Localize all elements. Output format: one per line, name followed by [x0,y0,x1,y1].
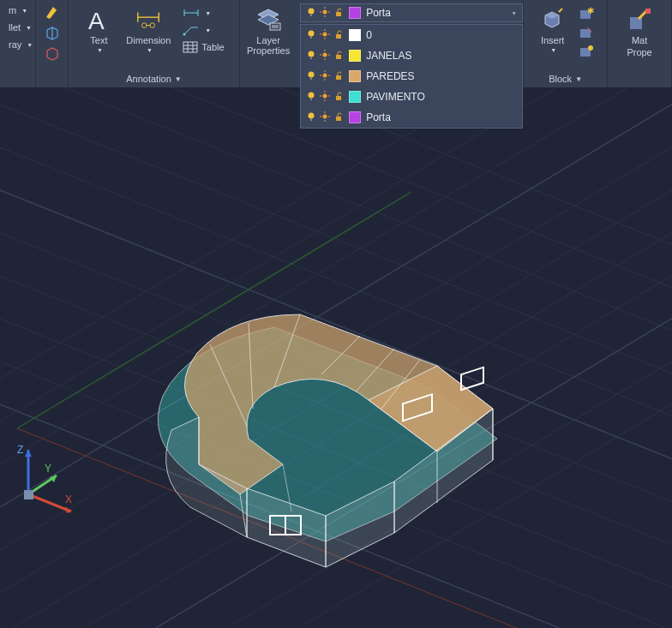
layer-color-swatch [349,70,361,82]
layer-dropdown-container: Porta ▼ 0JANELASPAREDESPAVIMENTOPorta [300,3,523,22]
modify-label-2: llet [9,22,21,33]
sun-icon[interactable] [320,70,330,82]
block-section-title[interactable]: Block ▼ [549,72,582,86]
axis-x-label: X [65,493,72,505]
svg-point-64 [323,115,327,119]
ribbon-section-block: Insert ▼ ✱ Block ▼ [524,0,608,87]
chevron-down-icon: ▼ [175,75,182,83]
3d-viewport[interactable]: X Y Z [0,87,672,628]
svg-rect-29 [336,12,341,16]
svg-point-48 [323,74,327,78]
lightbulb-icon[interactable] [306,50,316,62]
dim-linear-tool[interactable]: ▼ [179,5,227,21]
lock-open-icon[interactable] [333,29,344,41]
svg-rect-113 [24,490,33,499]
edit-attr-icon[interactable] [575,43,597,60]
ribbon-toolbar: m▼ llet▼ ray▼ [0,0,672,87]
svg-rect-63 [310,119,312,121]
ribbon-section-modify-icons [36,0,69,87]
svg-rect-74 [580,29,591,38]
sun-icon[interactable] [320,29,330,41]
edit-block-icon[interactable] [575,24,597,41]
sun-icon[interactable] [320,50,330,62]
lock-open-icon[interactable] [333,50,344,62]
svg-point-32 [323,33,327,37]
layer-current-selector[interactable]: Porta ▼ [300,3,523,22]
layer-name-label: PAREDES [366,70,414,82]
highlight-icon[interactable] [41,3,63,22]
layer-properties-label: LayerProperties [247,35,290,56]
lock-open-icon[interactable] [333,91,344,103]
svg-point-54 [309,93,315,99]
lock-open-icon[interactable] [333,70,344,82]
annotation-section-title[interactable]: Annotation ▼ [126,72,182,86]
svg-text:A: A [88,8,105,33]
axis-y-label: Y [45,463,51,475]
match-label: Mat [632,35,647,45]
layer-item[interactable]: PAVIMENTO [301,87,522,107]
layer-name-label: JANELAS [366,50,411,62]
layer-item[interactable]: PAREDES [301,66,522,87]
sun-icon[interactable] [320,91,330,103]
lightbulb-icon[interactable] [306,70,316,82]
svg-rect-37 [336,34,341,39]
svg-marker-0 [46,7,57,19]
layer-item[interactable]: JANELAS [301,45,522,66]
layer-item[interactable]: 0 [301,25,522,45]
svg-point-46 [309,72,315,78]
layer-color-swatch [349,91,361,103]
lightbulb-icon[interactable] [306,91,316,103]
svg-rect-23 [310,15,312,16]
insert-label: Insert [541,35,565,45]
insert-block-button[interactable]: Insert ▼ [534,3,572,56]
svg-rect-69 [336,117,341,121]
svg-rect-53 [336,75,341,80]
layer-color-swatch [349,111,361,123]
ribbon-section-properties: Mat Prope [608,0,672,87]
lightbulb-icon[interactable] [306,111,316,123]
svg-rect-12 [183,42,197,52]
svg-text:✱: ✱ [587,7,594,15]
modify-item-2[interactable]: llet▼ [5,21,35,34]
svg-point-40 [323,53,327,57]
axis-gizmo[interactable]: X Y Z [15,443,84,520]
text-tool[interactable]: A Text ▼ [80,3,117,56]
match-properties-button[interactable]: Mat Prope [621,3,658,60]
modify-item-1[interactable]: m▼ [5,3,31,17]
lightbulb-icon[interactable] [306,29,316,41]
lightbulb-icon [306,7,316,19]
svg-rect-47 [310,78,312,80]
3d-building-model[interactable] [137,267,531,576]
box-blue-icon[interactable] [41,24,63,43]
svg-point-22 [309,9,315,15]
layer-current-name: Porta [366,7,391,19]
dimension-tool[interactable]: Dimension ▼ [121,3,176,56]
svg-point-76 [588,45,593,51]
layer-item[interactable]: Porta [301,107,522,128]
modify-label-3: ray [9,39,21,50]
sun-icon [320,7,330,19]
box-red-icon[interactable] [41,45,63,63]
svg-rect-45 [336,55,341,59]
svg-point-56 [323,94,327,99]
dimension-label: Dimension [126,35,171,45]
ribbon-section-annotation: A Text ▼ Dimension ▼ [69,0,240,87]
layer-properties-button[interactable]: LayerProperties [240,3,297,58]
table-tool[interactable]: Table [179,39,227,55]
svg-rect-55 [310,99,312,100]
chevron-down-icon: ▼ [97,47,103,53]
modify-item-3[interactable]: ray▼ [5,38,36,51]
leader-tool[interactable]: ▼ [179,22,227,38]
svg-rect-39 [310,57,312,59]
ribbon-section-modify: m▼ llet▼ ray▼ [0,0,36,87]
lock-open-icon[interactable] [333,111,344,123]
create-block-icon[interactable]: ✱ [575,5,597,22]
svg-marker-112 [25,450,32,457]
sun-icon[interactable] [320,111,330,123]
svg-rect-78 [645,9,651,14]
modify-label-1: m [9,5,16,15]
dimension-icon [135,6,162,33]
svg-point-38 [309,51,315,57]
match-properties-icon [626,6,653,33]
layer-dropdown-list: 0JANELASPAREDESPAVIMENTOPorta [300,24,523,129]
